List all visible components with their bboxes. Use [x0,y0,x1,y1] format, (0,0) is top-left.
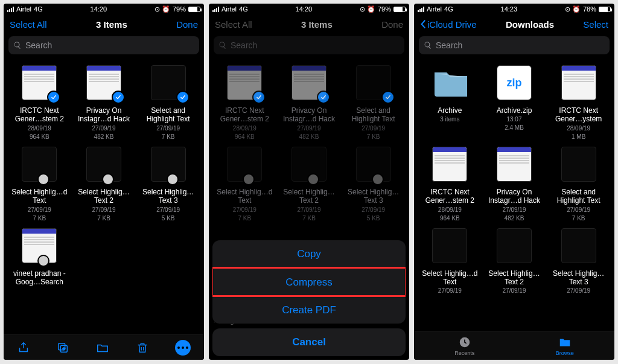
nav-title: 3 Items [301,19,333,30]
search-field[interactable]: Search [419,36,610,54]
move-button[interactable] [96,341,109,354]
nav-bar: iCloud Drive Downloads Select [414,14,614,34]
file-item[interactable]: Select Highlig…Text 3 27/09/19 [547,228,610,296]
clock: 14:20 [91,5,107,13]
file-date: 28/09/19 [233,125,256,132]
select-all-button[interactable]: Select All [215,19,252,30]
nav-title: 3 Items [96,19,127,30]
tab-recents[interactable]: Recents [454,336,474,356]
nav-bar: Select All 3 Items Done [209,14,409,34]
file-size: 7 KB [162,133,175,141]
file-item[interactable]: Select Highlig…d Text 27/09/19 7 KB [8,147,71,222]
file-item[interactable]: Select Highlig…Text 2 27/09/19 7 KB [278,147,340,222]
selection-circle[interactable] [102,173,114,185]
duplicate-button[interactable] [56,341,69,354]
file-name: Archive [438,106,462,115]
file-name: Select Highlig…Text 3 [549,269,609,287]
search-icon [13,41,22,49]
file-item[interactable]: Select Highlig…d Text 27/09/19 7 KB [214,147,276,222]
file-grid: Archive 3 items zip Archive.zip 13:07 2.… [414,59,614,332]
file-date: 27/09/19 [298,125,321,132]
trash-button[interactable] [136,341,149,354]
action-sheet: CopyCompressCreate PDF Cancel [212,240,406,356]
tab-recents-label: Recents [454,350,474,356]
file-name: IRCTC Next Gener…stem 2 [419,188,480,205]
file-date: 3 items [440,116,459,123]
back-button[interactable]: iCloud Drive [420,19,477,30]
select-all-button[interactable]: Select All [10,19,47,30]
file-item[interactable]: Select and Highlight Text 27/09/19 7 KB [137,65,199,141]
clock: 14:20 [296,5,313,13]
signal-icon [212,7,219,12]
file-item[interactable]: Privacy On Instagr…d Hack 27/09/19 482 K… [73,65,135,141]
file-item[interactable]: Select and Highlight Text 27/09/19 7 KB [547,147,610,222]
carrier-label: Airtel [427,5,442,13]
file-item[interactable]: vineet pradhan - Goog…Search [8,228,71,289]
network-label: 4G [239,5,248,13]
selection-circle[interactable] [372,173,384,185]
share-button[interactable] [17,341,30,354]
search-icon [218,41,227,49]
sheet-cancel-button[interactable]: Cancel [212,328,406,356]
nav-title: Downloads [506,19,554,30]
file-item[interactable]: IRCTC Next Gener…stem 2 28/09/19 964 KB [419,147,481,222]
battery-icon [188,7,200,12]
file-item[interactable]: Privacy On Instagr…d Hack 27/09/19 482 K… [483,147,546,222]
network-label: 4G [34,5,43,13]
search-placeholder: Search [231,40,257,50]
sheet-row-create pdf[interactable]: Create PDF [212,296,406,324]
select-button[interactable]: Select [583,19,608,30]
battery-icon [393,7,406,12]
file-item[interactable]: Select Highlig…d Text 27/09/19 [419,228,481,296]
file-date: 27/09/19 [438,287,462,295]
file-date: 28/09/19 [28,125,51,132]
file-item[interactable]: Select Highlig…Text 2 27/09/19 [483,228,546,296]
search-field[interactable]: Search [8,36,199,54]
file-item[interactable]: IRCTC Next Gener…stem 2 28/09/19 964 KB [8,65,71,141]
file-date: 27/09/19 [503,287,526,295]
file-name: Select Highlig…Text 3 [343,188,404,205]
file-date: 27/09/19 [92,125,116,132]
file-name: Select and Highlight Text [549,188,609,205]
file-size: 7 KB [33,215,46,222]
battery-icon [599,7,611,12]
alarm-icon: ⊙ ⏰ [565,5,581,13]
search-field[interactable]: Search [214,36,404,54]
selection-circle[interactable] [37,173,49,185]
file-name: IRCTC Next Gener…stem 2 [9,106,69,124]
file-item[interactable]: Select Highlig…Text 2 27/09/19 7 KB [73,147,135,222]
selection-circle[interactable] [167,173,179,185]
file-date: 27/09/19 [362,206,385,214]
file-item[interactable]: Archive 3 items [419,65,481,141]
file-grid: IRCTC Next Gener…stem 2 28/09/19 964 KB … [4,59,204,325]
file-date: 27/09/19 [503,206,526,214]
sheet-row-copy[interactable]: Copy [212,240,406,268]
done-button[interactable]: Done [381,19,403,30]
file-date: 27/09/19 [567,206,590,214]
file-item[interactable]: IRCTC Next Gener…stem 2 28/09/19 964 KB [214,65,276,141]
alarm-icon: ⊙ ⏰ [154,5,170,13]
file-item[interactable]: Select and Highlight Text 27/09/19 7 KB [342,65,404,141]
file-item[interactable]: zip Archive.zip 13:07 2.4 MB [483,65,546,141]
file-item[interactable]: Select Highlig…Text 3 27/09/19 5 KB [342,147,404,222]
done-button[interactable]: Done [176,19,198,30]
selection-circle[interactable] [37,255,49,267]
file-item[interactable]: IRCTC Next Gener…ystem 28/09/19 1 MB [547,65,610,141]
selection-circle[interactable] [243,173,255,185]
file-size: 7 KB [97,215,110,222]
more-button[interactable] [175,340,191,356]
file-item[interactable]: Select Highlig…Text 3 27/09/19 5 KB [137,147,199,222]
carrier-label: Airtel [221,5,237,13]
file-name: Privacy On Instagr…d Hack [484,188,544,205]
battery-pct: 79% [173,5,186,13]
selection-circle[interactable] [307,173,319,185]
bottom-toolbar [4,334,204,360]
file-name: Select Highlig…d Text [214,188,275,205]
file-item[interactable]: Privacy On Instagr…d Hack 27/09/19 482 K… [278,65,340,141]
file-date: 28/09/19 [438,206,462,214]
sheet-row-compress[interactable]: Compress [212,268,406,296]
tab-browse[interactable]: Browse [556,336,574,356]
file-name: Privacy On Instagr…d Hack [74,106,134,124]
file-name: Archive.zip [497,106,532,115]
tab-bar: Recents Browse [414,331,614,360]
